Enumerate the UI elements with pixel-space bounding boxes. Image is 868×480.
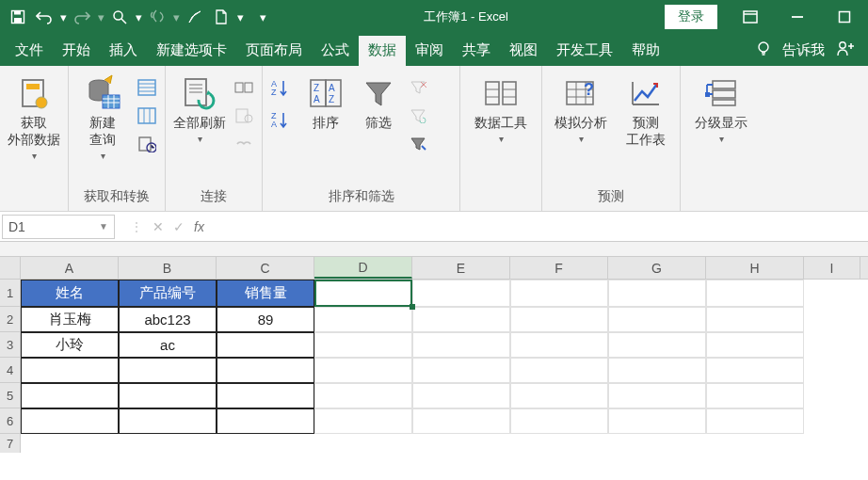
cell-C2[interactable]: 89 — [217, 307, 314, 332]
fx-icon[interactable]: fx — [194, 219, 212, 234]
cell-A6[interactable] — [21, 408, 119, 434]
qat-customize[interactable]: ▾ — [258, 10, 267, 24]
new-query-button[interactable]: 新建 查询 — [74, 73, 131, 161]
tab-formula[interactable]: 公式 — [312, 36, 359, 66]
row-header-2[interactable]: 2 — [0, 307, 21, 332]
name-box-dropdown-icon[interactable]: ▼ — [99, 221, 108, 232]
cell-F4[interactable] — [510, 358, 608, 383]
cells-area[interactable]: 姓名 产品编号 销售量 肖玉梅abc12389 小玲ac — [21, 280, 804, 453]
name-box[interactable]: D1 ▼ — [2, 215, 115, 239]
filter-button[interactable]: 筛选 — [355, 73, 402, 132]
row-header-3[interactable]: 3 — [0, 332, 21, 358]
tab-data[interactable]: 数据 — [359, 36, 406, 66]
outline-button[interactable]: 分级显示 — [686, 73, 756, 144]
row-header-1[interactable]: 1 — [0, 280, 21, 307]
sort-za-icon[interactable]: ZA — [268, 107, 293, 132]
sort-button[interactable]: ZAAZ 排序 — [300, 73, 351, 132]
cell-E5[interactable] — [412, 383, 510, 408]
reapply-icon[interactable] — [406, 104, 430, 128]
cell-G3[interactable] — [608, 332, 706, 358]
undo-icon[interactable] — [32, 6, 56, 28]
cell-A5[interactable] — [21, 383, 119, 408]
cell-B5[interactable] — [119, 383, 217, 408]
redo-icon[interactable] — [70, 6, 94, 28]
new-file-dropdown[interactable]: ▾ — [235, 10, 245, 24]
edit-links-icon[interactable] — [232, 132, 256, 156]
refresh-all-button[interactable]: 全部刷新 — [171, 73, 228, 144]
select-all-corner[interactable] — [0, 257, 21, 279]
cell-D1[interactable] — [314, 280, 412, 307]
brush-icon[interactable] — [183, 6, 207, 28]
tab-help[interactable]: 帮助 — [622, 36, 669, 66]
cell-F5[interactable] — [510, 383, 608, 408]
cell-D4[interactable] — [314, 358, 412, 383]
clear-filter-icon[interactable] — [406, 75, 430, 100]
cell-E4[interactable] — [412, 358, 510, 383]
spreadsheet[interactable]: A B C D E F G H I 1 2 3 4 5 6 7 姓名 产品编号 … — [0, 257, 868, 453]
forecast-sheet-button[interactable]: 预测 工作表 — [618, 73, 674, 149]
cell-B6[interactable] — [119, 408, 217, 434]
connections-icon[interactable] — [232, 75, 256, 100]
col-header-A[interactable]: A — [21, 257, 119, 279]
cell-D3[interactable] — [314, 332, 412, 358]
show-queries-icon[interactable] — [135, 75, 159, 100]
cell-E1[interactable] — [412, 280, 510, 307]
search-dropdown[interactable]: ▾ — [134, 10, 143, 24]
cell-A2[interactable]: 肖玉梅 — [21, 307, 119, 332]
cell-A1[interactable]: 姓名 — [21, 280, 119, 307]
enter-icon[interactable]: ✓ — [173, 219, 185, 234]
whatif-button[interactable]: ? 模拟分析 — [548, 73, 614, 144]
properties-icon[interactable] — [232, 104, 256, 128]
new-file-icon[interactable] — [209, 6, 233, 28]
col-header-E[interactable]: E — [412, 257, 510, 279]
cell-H3[interactable] — [706, 332, 804, 358]
cell-B4[interactable] — [119, 358, 217, 383]
col-header-H[interactable]: H — [706, 257, 804, 279]
cell-C1[interactable]: 销售量 — [217, 280, 314, 307]
tab-view[interactable]: 视图 — [500, 36, 547, 66]
cell-H6[interactable] — [706, 408, 804, 434]
maximize-icon[interactable] — [821, 0, 868, 34]
undo-dropdown[interactable]: ▾ — [58, 10, 68, 24]
get-external-data-button[interactable]: 获取 外部数据 — [6, 73, 62, 161]
cell-D5[interactable] — [314, 383, 412, 408]
cell-F1[interactable] — [510, 280, 608, 307]
row-header-6[interactable]: 6 — [0, 408, 21, 434]
cell-C5[interactable] — [217, 383, 314, 408]
cell-B2[interactable]: abc123 — [119, 307, 217, 332]
cell-H4[interactable] — [706, 358, 804, 383]
col-header-C[interactable]: C — [217, 257, 314, 279]
touch-dropdown[interactable]: ▾ — [171, 10, 181, 24]
cell-C3[interactable] — [217, 332, 314, 358]
recent-sources-icon[interactable] — [135, 132, 159, 156]
tab-share[interactable]: 共享 — [453, 36, 500, 66]
cell-E3[interactable] — [412, 332, 510, 358]
cell-G2[interactable] — [608, 307, 706, 332]
cell-F3[interactable] — [510, 332, 608, 358]
cell-H2[interactable] — [706, 307, 804, 332]
cell-G6[interactable] — [608, 408, 706, 434]
fill-handle[interactable] — [410, 304, 415, 310]
tab-dev[interactable]: 开发工具 — [547, 36, 622, 66]
col-header-B[interactable]: B — [119, 257, 217, 279]
row-header-7[interactable]: 7 — [0, 434, 21, 453]
col-header-G[interactable]: G — [608, 257, 706, 279]
cell-E2[interactable] — [412, 307, 510, 332]
tab-home[interactable]: 开始 — [53, 36, 100, 66]
col-header-D[interactable]: D — [314, 257, 412, 279]
from-table-icon[interactable] — [135, 104, 159, 128]
ribbon-options-icon[interactable] — [727, 0, 774, 34]
cell-D6[interactable] — [314, 408, 412, 434]
share-icon[interactable] — [836, 40, 855, 61]
lightbulb-icon[interactable] — [756, 40, 771, 60]
cell-A4[interactable] — [21, 358, 119, 383]
cell-B1[interactable]: 产品编号 — [119, 280, 217, 307]
search-icon[interactable] — [107, 6, 132, 28]
cell-A3[interactable]: 小玲 — [21, 332, 119, 358]
cell-H5[interactable] — [706, 383, 804, 408]
tell-me[interactable]: 告诉我 — [782, 41, 825, 59]
tab-layout[interactable]: 页面布局 — [236, 36, 312, 66]
login-button[interactable]: 登录 — [665, 5, 717, 29]
cancel-icon[interactable]: ✕ — [153, 219, 164, 234]
cell-H1[interactable] — [706, 280, 804, 307]
